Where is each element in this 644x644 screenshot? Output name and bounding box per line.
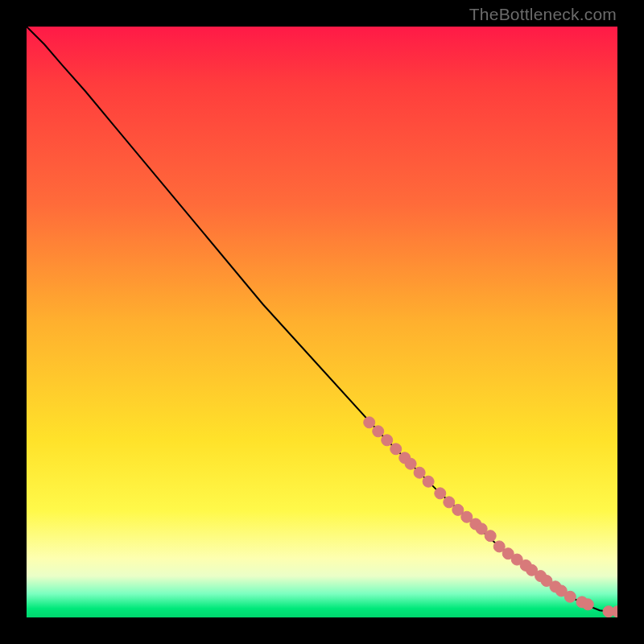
sample-point — [390, 444, 402, 455]
sample-point — [364, 417, 375, 428]
sample-point — [485, 530, 496, 542]
sample-point — [373, 426, 384, 437]
sample-point — [582, 599, 593, 610]
sample-point — [414, 467, 425, 478]
sample-point — [382, 435, 393, 446]
plot-area — [27, 27, 617, 617]
sample-point — [405, 458, 416, 469]
chart-frame: TheBottleneck.com — [0, 0, 644, 644]
chart-overlay — [27, 27, 617, 617]
attribution-label: TheBottleneck.com — [469, 5, 617, 24]
sample-points-group — [364, 417, 617, 617]
sample-point — [444, 497, 455, 508]
sample-point — [423, 476, 434, 487]
sample-point — [435, 488, 446, 499]
sample-point — [564, 591, 576, 602]
bottleneck-curve — [27, 27, 617, 612]
